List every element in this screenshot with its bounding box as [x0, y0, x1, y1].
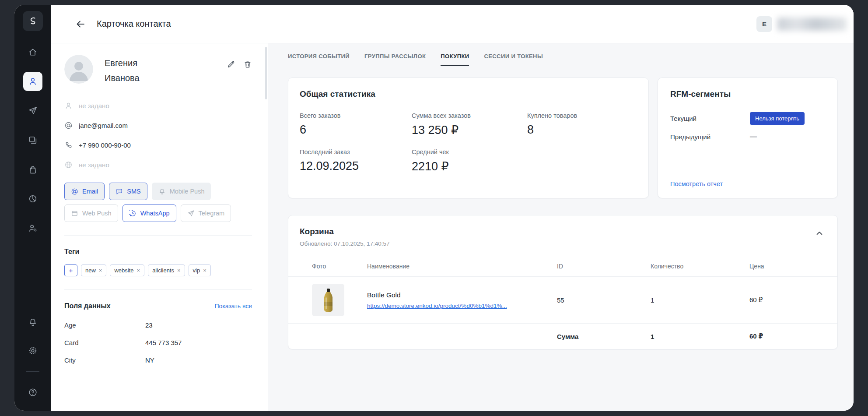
sidebar-item-settings[interactable] — [23, 341, 42, 360]
tag-remove-icon[interactable]: × — [99, 267, 102, 274]
tag-chip[interactable]: new × — [81, 264, 106, 276]
help-icon — [28, 388, 38, 397]
tag-remove-icon[interactable]: × — [203, 267, 206, 274]
product-photo — [312, 284, 344, 316]
user-name-redacted[interactable] — [777, 18, 847, 31]
tag-chip[interactable]: website × — [110, 264, 144, 276]
add-tag-button[interactable]: + — [64, 264, 77, 276]
contact-last-name: Иванова — [105, 71, 140, 85]
col-name: Наименование — [367, 263, 557, 270]
cart-header: Корзина Обновлено: 07.10.2025, 17:40:57 — [288, 227, 837, 247]
pencil-icon — [227, 60, 235, 69]
sidebar-item-analytics[interactable] — [23, 189, 42, 208]
sidebar-nav — [23, 42, 42, 238]
channel-email-button[interactable]: Email — [64, 183, 105, 200]
stat-value: 12.09.2025 — [300, 159, 412, 173]
product-quantity: 1 — [651, 296, 749, 304]
tags-title: Теги — [64, 248, 252, 256]
tag-remove-icon[interactable]: × — [137, 267, 140, 274]
channel-mobile-push-button[interactable]: Mobile Push — [152, 183, 211, 200]
contact-panel: Евгения Иванова не задано j — [51, 43, 268, 411]
stat-value: 6 — [300, 123, 412, 137]
product-url-link[interactable]: https://demo.store.enkod.io/product/%d0%… — [367, 303, 507, 309]
col-id: ID — [557, 263, 651, 270]
page-title: Карточка контакта — [97, 19, 171, 29]
tag-remove-icon[interactable]: × — [177, 267, 181, 274]
tab-mailing-groups[interactable]: ГРУППЫ РАССЫЛОК — [364, 50, 426, 66]
back-button[interactable] — [74, 18, 87, 31]
channel-telegram-label: Telegram — [199, 210, 225, 217]
pie-chart-icon — [28, 194, 38, 204]
stat-label: Последний заказ — [300, 148, 412, 155]
stat-value: 8 — [527, 123, 637, 137]
sidebar-item-campaigns[interactable] — [23, 101, 42, 120]
edit-contact-button[interactable] — [227, 59, 235, 70]
contact-name-value: не задано — [79, 102, 109, 109]
delete-contact-button[interactable] — [243, 59, 252, 70]
col-quantity: Количество — [651, 263, 749, 270]
avatar-placeholder-icon — [64, 55, 93, 84]
person-icon — [28, 77, 38, 86]
sidebar-item-home[interactable] — [23, 42, 42, 62]
tab-purchases[interactable]: ПОКУПКИ — [441, 50, 469, 66]
cart-total-label: Сумма — [557, 333, 651, 340]
stats-grid: Всего заказов 6 Сумма всех заказов 13 25… — [300, 112, 637, 173]
app-logo[interactable] — [23, 11, 43, 31]
rfm-segment-badge[interactable]: Нельзя потерять — [750, 112, 805, 125]
channel-web-push-button[interactable]: Web Push — [64, 204, 118, 222]
sidebar-item-notifications[interactable] — [23, 313, 42, 332]
tags-section: Теги + new × website × allclients — [64, 236, 252, 276]
general-stats-card: Общая статистика Всего заказов 6 Сумма в… — [288, 78, 649, 198]
tab-sessions-tokens[interactable]: СЕССИИ И ТОКЕНЫ — [484, 50, 543, 66]
rfm-rows: Текущий Нельзя потерять Предыдущий — — [670, 112, 825, 141]
data-fields-section: Поля данных Показать все Age 23 Card 445… — [64, 290, 252, 369]
panel-scrollbar[interactable] — [265, 47, 267, 99]
stat-label: Всего заказов — [300, 112, 412, 119]
col-price: Цена — [749, 263, 825, 270]
sidebar-item-contacts[interactable] — [23, 72, 42, 91]
channel-whatsapp-label: WhatsApp — [140, 210, 170, 217]
contact-phone-value: +7 990 000-90-00 — [79, 141, 131, 149]
product-name-cell: Bottle Gold https://demo.store.enkod.io/… — [367, 291, 557, 309]
tag-chip[interactable]: vip × — [189, 264, 211, 276]
rfm-report-link[interactable]: Посмотреть отчет — [670, 180, 825, 187]
contact-email-row: jane@gmail.com — [64, 116, 252, 135]
body-row: Евгения Иванова не задано j — [51, 43, 854, 411]
whatsapp-icon — [129, 210, 136, 217]
product-photo-cell — [312, 284, 367, 316]
layers-icon — [28, 135, 38, 145]
collapse-cart-button[interactable] — [815, 229, 824, 238]
channel-mobile-push-label: Mobile Push — [170, 188, 205, 195]
sidebar-item-help[interactable] — [23, 383, 42, 402]
rfm-current-row: Текущий Нельзя потерять — [670, 112, 825, 125]
tag-chip[interactable]: allclients × — [148, 264, 185, 276]
product-price: 60 ₽ — [749, 296, 825, 304]
bag-icon — [28, 165, 38, 174]
data-fields-header: Поля данных Показать все — [64, 302, 252, 310]
channel-whatsapp-button[interactable]: WhatsApp — [122, 204, 176, 222]
cart-updated-timestamp: Обновлено: 07.10.2025, 17:40:57 — [300, 240, 825, 247]
email-at-icon — [71, 188, 78, 195]
content-column: Карточка контакта E — [51, 5, 854, 411]
mobile-push-bell-icon — [158, 188, 166, 195]
channel-email-label: Email — [82, 188, 98, 195]
rfm-previous-value: — — [750, 133, 825, 141]
rfm-current-value: Нельзя потерять — [750, 112, 825, 125]
user-avatar[interactable]: E — [756, 16, 772, 32]
show-all-link[interactable]: Показать все — [215, 303, 252, 310]
rfm-previous-label: Предыдущий — [670, 133, 750, 141]
stat-average-check: Средний чек 2210 ₽ — [412, 148, 527, 173]
phone-icon — [64, 141, 73, 149]
top-cards-row: Общая статистика Всего заказов 6 Сумма в… — [288, 78, 838, 198]
bottle-image — [312, 284, 344, 316]
contact-site-row: не задано — [64, 155, 252, 175]
channel-telegram-button[interactable]: Telegram — [181, 204, 231, 222]
chevron-up-icon — [815, 229, 824, 238]
tab-event-history[interactable]: ИСТОРИЯ СОБЫТИЙ — [288, 50, 350, 66]
stat-total-orders: Всего заказов 6 — [300, 112, 412, 137]
sidebar-item-shop[interactable] — [23, 160, 42, 179]
channel-sms-button[interactable]: SMS — [109, 183, 147, 200]
sidebar-item-scenarios[interactable] — [23, 130, 42, 150]
cart-item-row: Bottle Gold https://demo.store.enkod.io/… — [288, 277, 837, 324]
sidebar-item-roles[interactable] — [23, 219, 42, 238]
